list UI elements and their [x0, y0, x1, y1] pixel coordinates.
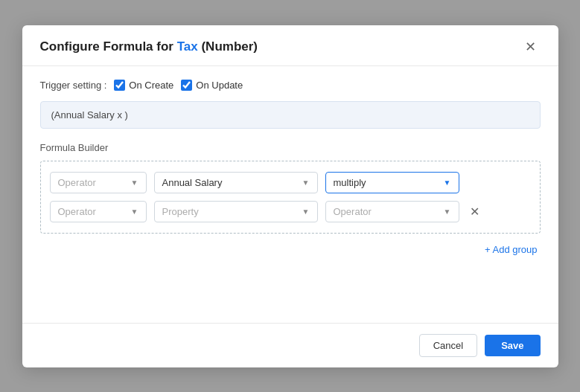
row1-operator-placeholder: Operator — [58, 177, 96, 188]
modal-header: Configure Formula for Tax (Number) ✕ — [22, 25, 558, 66]
row1-operation-chevron: ▼ — [444, 179, 451, 187]
row1-operation-select[interactable]: multiply ▼ — [325, 172, 459, 193]
row1-property-chevron: ▼ — [302, 179, 310, 187]
add-group-button[interactable]: + Add group — [482, 242, 540, 257]
formula-builder-label: Formula Builder — [40, 142, 541, 153]
formula-preview: (Annual Salary x ) — [40, 101, 541, 129]
row2-property-chevron: ▼ — [302, 208, 310, 216]
row1-property-select[interactable]: Annual Salary ▼ — [154, 172, 318, 193]
row1-property-value: Annual Salary — [162, 177, 223, 188]
on-update-checkbox[interactable] — [181, 80, 192, 91]
row2-operator-select[interactable]: Operator ▼ — [50, 201, 147, 222]
save-button[interactable]: Save — [485, 335, 540, 356]
row2-operation-placeholder: Operator — [334, 206, 372, 217]
row1-operator-select[interactable]: Operator ▼ — [50, 172, 147, 193]
on-create-checkbox-label[interactable]: On Create — [114, 80, 173, 91]
row2-operation-chevron: ▼ — [444, 208, 451, 216]
modal-dialog: Configure Formula for Tax (Number) ✕ Tri… — [22, 25, 558, 367]
builder-row-2: Operator ▼ Property ▼ Operator ▼ ✕ — [50, 201, 531, 222]
row2-operator-placeholder: Operator — [58, 206, 96, 217]
on-update-checkbox-label[interactable]: On Update — [181, 80, 243, 91]
modal-overlay: Configure Formula for Tax (Number) ✕ Tri… — [0, 0, 580, 392]
builder-box: Operator ▼ Annual Salary ▼ multiply ▼ — [40, 161, 541, 234]
on-create-checkbox[interactable] — [114, 80, 125, 91]
row2-operation-select[interactable]: Operator ▼ — [325, 201, 459, 222]
builder-row-1: Operator ▼ Annual Salary ▼ multiply ▼ — [50, 172, 531, 193]
row1-operator-chevron: ▼ — [131, 179, 138, 187]
add-group-row: + Add group — [40, 242, 541, 257]
row1-operation-value: multiply — [334, 177, 366, 188]
row2-property-select[interactable]: Property ▼ — [154, 201, 318, 222]
cancel-button[interactable]: Cancel — [419, 334, 477, 357]
modal-footer: Cancel Save — [22, 323, 558, 367]
trigger-setting-row: Trigger setting : On Create On Update — [40, 80, 541, 91]
row2-delete-button[interactable]: ✕ — [467, 202, 482, 222]
modal-body: Trigger setting : On Create On Update (A… — [22, 66, 558, 323]
close-button[interactable]: ✕ — [520, 39, 541, 55]
modal-title: Configure Formula for Tax (Number) — [40, 39, 258, 54]
on-update-label: On Update — [196, 80, 243, 91]
row2-property-placeholder: Property — [162, 206, 199, 217]
row2-operator-chevron: ▼ — [131, 208, 138, 216]
trigger-label: Trigger setting : — [40, 80, 107, 91]
formula-builder-section: Formula Builder Operator ▼ Annual Salary… — [40, 142, 541, 257]
on-create-label: On Create — [129, 80, 173, 91]
